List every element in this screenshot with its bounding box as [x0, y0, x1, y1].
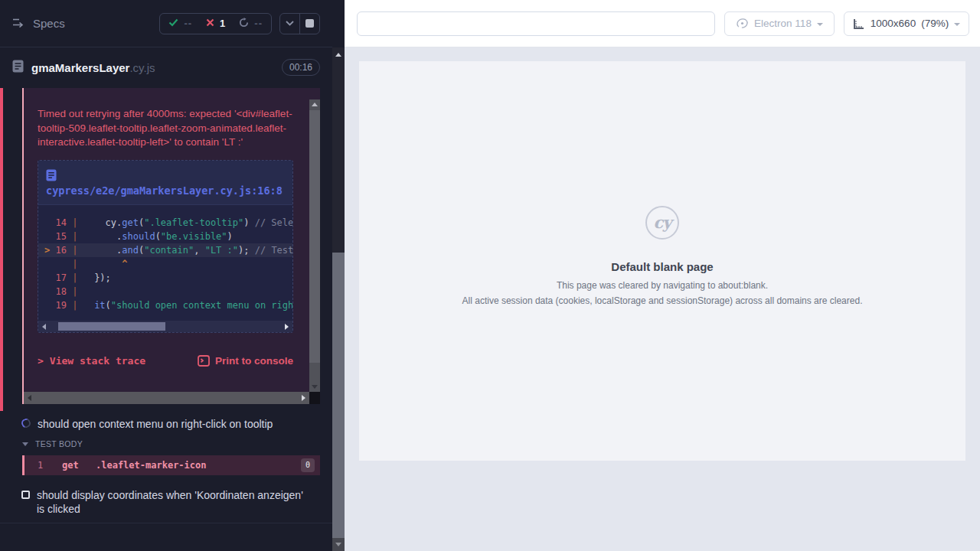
reporter-sidebar: Specs -- 1 --: [0, 0, 332, 551]
specs-title: Specs: [33, 17, 65, 30]
blank-page-subtitle-2: All active session data (cookies, localS…: [462, 295, 863, 306]
test-pending-icon: [21, 491, 30, 499]
chevron-down-icon: [817, 23, 823, 26]
scroll-down-arrow-icon: [335, 543, 341, 546]
aut-viewport: cy Default blank page This page was clea…: [359, 61, 965, 461]
test-pending[interactable]: should display coordinates when 'Koordin…: [0, 488, 332, 516]
passed-count: --: [184, 18, 192, 29]
browser-toolbar: Electron 118 1000x660 (79%): [345, 0, 980, 47]
viewport-size: 1000x660: [871, 18, 916, 29]
code-frame-link[interactable]: cypress/e2e/gmaMarkersLayer.cy.js:16:8: [38, 161, 292, 205]
error-message: Timed out retrying after 4000ms: expecte…: [38, 107, 295, 150]
browser-select[interactable]: Electron 118: [724, 11, 835, 36]
sidebar-scrollbar[interactable]: [332, 0, 345, 551]
stop-icon: [305, 19, 314, 28]
spec-duration-badge: 00:16: [282, 59, 320, 76]
failed-attempt-stripe: [0, 88, 3, 411]
failed-icon: [206, 18, 214, 29]
test-running[interactable]: should open context menu on right-click …: [0, 417, 332, 431]
scroll-up-arrow-icon[interactable]: [335, 53, 341, 57]
chevron-down-icon: [954, 23, 960, 26]
test-title: should display coordinates when 'Koordin…: [37, 488, 306, 516]
code-editor: 14 | cy.get(".leaflet-tooltip") // Sele …: [38, 205, 292, 318]
spec-name: gmaMarkersLayer: [31, 61, 129, 74]
list-divider: [0, 523, 332, 523]
test-list: should open context menu on right-click …: [0, 417, 332, 523]
view-stack-trace-link[interactable]: >View stack trace: [38, 355, 145, 367]
test-title: should open context menu on right-click …: [38, 417, 273, 431]
url-input[interactable]: [357, 11, 715, 36]
command-method: get: [62, 460, 96, 471]
code-frame: cypress/e2e/gmaMarkersLayer.cy.js:16:8 1…: [38, 160, 293, 333]
viewport-zoom: (79%): [921, 18, 949, 29]
error-vertical-scrollbar[interactable]: [309, 99, 320, 392]
error-panel: Timed out retrying after 4000ms: expecte…: [22, 88, 320, 404]
command-number: 1: [24, 460, 62, 471]
app-main: Electron 118 1000x660 (79%) cy Default b…: [345, 0, 980, 551]
scroll-down-button[interactable]: [332, 538, 345, 551]
test-stats: -- 1 --: [159, 13, 272, 34]
pending-count: --: [254, 18, 263, 29]
cypress-logo: cy: [645, 206, 679, 240]
code-frame-filename: cypress/e2e/gmaMarkersLayer.cy.js:16:8: [46, 184, 283, 197]
print-to-console-button[interactable]: Print to console: [198, 355, 293, 367]
test-body-section[interactable]: TEST BODY: [0, 439, 332, 448]
test-running-spinner-icon: [20, 417, 32, 429]
blank-page-subtitle-1: This page was cleared by navigating to a…: [462, 280, 863, 291]
scrollbar-corner: [309, 392, 320, 404]
passed-icon: [168, 18, 178, 29]
scrollbar-thumb[interactable]: [332, 253, 345, 538]
ruler-icon: [853, 18, 865, 30]
test-body-label: TEST BODY: [35, 439, 83, 448]
pending-icon: [239, 18, 249, 30]
runner-controls: [279, 13, 320, 34]
browser-label: Electron 118: [754, 18, 812, 29]
spec-extension: .cy.js: [129, 61, 155, 74]
blank-page-title: Default blank page: [462, 260, 863, 273]
stage-background: cy Default blank page This page was clea…: [345, 47, 980, 551]
stack-trace-arrow-icon: >: [38, 355, 44, 367]
command-log-row[interactable]: 1 get .leaflet-marker-icon 0: [22, 455, 320, 475]
chevron-down-icon: [22, 442, 28, 446]
specs-menu-icon[interactable]: [12, 17, 25, 31]
spec-row: gmaMarkersLayer.cy.js 00:16: [0, 47, 332, 87]
stop-button[interactable]: [300, 14, 319, 34]
spec-file-icon: [12, 60, 24, 76]
failed-count: 1: [220, 18, 225, 29]
viewport-size-select[interactable]: 1000x660 (79%): [844, 11, 969, 36]
error-horizontal-scrollbar[interactable]: [24, 392, 309, 404]
reporter-header: Specs -- 1 --: [0, 0, 332, 47]
blank-page-message: cy Default blank page This page was clea…: [462, 206, 863, 306]
command-count-badge: 0: [301, 458, 315, 472]
collapse-button[interactable]: [280, 14, 299, 34]
command-message: .leaflet-marker-icon: [96, 460, 207, 471]
console-icon: [198, 355, 210, 367]
code-horizontal-scrollbar[interactable]: [38, 321, 292, 332]
electron-icon: [736, 17, 749, 30]
